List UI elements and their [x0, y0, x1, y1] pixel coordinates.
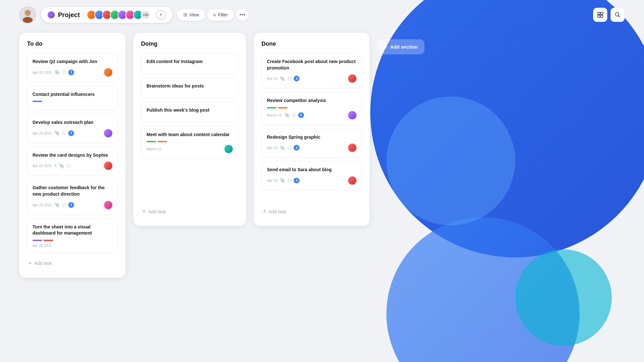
add-section-button[interactable]: + Add section: [377, 39, 424, 54]
progress-bar: [33, 240, 42, 241]
task-date: Apr 23: [267, 179, 277, 182]
task-title: Meet with team about content calendar: [147, 132, 233, 138]
header-left: Project +25 + ⊞: [19, 6, 249, 23]
column-todo-header: To do: [27, 41, 118, 47]
column-doing-header: Doing: [141, 41, 238, 47]
attach-icon: 📎: [54, 202, 60, 207]
branch-icon: ⬡: [292, 113, 296, 117]
task-title: Turn the sheet into a visual dashboard f…: [33, 224, 112, 237]
avatar: [104, 162, 112, 170]
task-card[interactable]: Develop sales outreach plan Apr 23 2021 …: [27, 114, 118, 143]
header-right: [593, 8, 625, 22]
task-date: Apr 23: [267, 77, 277, 80]
task-meta: Apr 23 📎 ⬡ 3: [267, 74, 356, 83]
task-title: Redesign Spring graphic: [267, 134, 356, 141]
search-button[interactable]: [611, 8, 625, 22]
view-button[interactable]: ⊞ View: [177, 9, 205, 21]
column-done: Done Create Facebook post about new prod…: [254, 33, 370, 226]
task-badge: 3: [294, 145, 299, 151]
avatar: [348, 111, 356, 119]
task-title: Brainstorm ideas for posts: [147, 83, 233, 89]
task-meta: Apr 23 2021 4 📎 ⬡: [33, 162, 112, 170]
task-card[interactable]: Edit content for Instagram: [141, 53, 238, 74]
task-title: Contact potential influencers: [33, 91, 112, 98]
task-date: March 12: [147, 147, 161, 151]
task-title: Review Q2 campaign with Jon: [33, 59, 112, 65]
progress-bars: [33, 240, 112, 241]
task-card[interactable]: Turn the sheet into a visual dashboard f…: [27, 218, 118, 253]
avatar: [104, 129, 112, 137]
filter-button[interactable]: ≡ Filter: [207, 9, 234, 21]
branch-icon: ⬡: [62, 70, 66, 75]
project-icon: [48, 11, 55, 18]
task-card[interactable]: Publish this week's blog post: [141, 102, 238, 122]
branch-icon: ⬡: [62, 131, 66, 135]
avatar: [104, 201, 112, 209]
task-date: Apr 23 2021: [33, 244, 52, 247]
add-section-label: Add section: [390, 44, 418, 50]
task-meta: Apr 23 2021: [33, 244, 112, 247]
task-card[interactable]: Brainstorm ideas for posts: [141, 78, 238, 98]
header-divider: [83, 11, 83, 18]
branch-icon: ⬡: [288, 76, 291, 81]
progress-bar: [43, 240, 53, 241]
attach-icon: 📎: [280, 178, 285, 183]
svg-rect-6: [598, 12, 600, 14]
view-label: View: [189, 12, 199, 17]
svg-line-11: [619, 16, 620, 17]
task-meta: Apr 23 2021 📎 ⬡ 3: [33, 68, 112, 77]
avatar: [348, 144, 356, 152]
progress-bar: [147, 141, 156, 142]
task-card[interactable]: Meet with team about content calendar Ma…: [141, 126, 238, 159]
branch-icon: ⬡: [67, 163, 70, 168]
task-badge: 3: [68, 202, 74, 208]
plus-icon: +: [384, 43, 388, 51]
task-card[interactable]: Redesign Spring graphic Apr 23 📎 ⬡ 3: [261, 129, 362, 158]
avatar: [348, 176, 356, 185]
plus-icon: +: [28, 260, 32, 267]
task-meta: March 12: [147, 145, 233, 153]
add-task-label: Add task: [148, 209, 166, 214]
plus-icon: +: [142, 208, 146, 215]
attach-icon: 📎: [59, 163, 64, 168]
more-button[interactable]: •••: [236, 9, 249, 21]
progress-bar: [267, 107, 277, 108]
avatar[interactable]: [19, 6, 36, 23]
add-task-button[interactable]: + Add task: [141, 205, 238, 218]
plus-icon: +: [263, 208, 266, 215]
add-task-label: Add task: [269, 209, 286, 214]
add-task-button[interactable]: + Add task: [27, 257, 118, 270]
task-card[interactable]: Create Facebook post about new product p…: [261, 53, 362, 88]
branch-icon: ⬡: [62, 202, 66, 207]
task-title: Publish this week's blog post: [147, 107, 233, 114]
task-title: Review the card designs by Sophie: [33, 152, 112, 159]
column-doing: Doing Edit content for Instagram Brainst…: [133, 33, 246, 226]
task-badge: 3: [298, 112, 304, 118]
svg-point-3: [25, 10, 31, 16]
task-card[interactable]: Contact potential influencers: [27, 86, 118, 110]
member-count: +25: [141, 10, 150, 20]
grid-view-button[interactable]: [593, 8, 607, 22]
task-card[interactable]: Review competitor analysis March 12 📎 ⬡ …: [261, 92, 362, 125]
progress-bars: [147, 141, 233, 142]
task-meta: Apr 23 2021 📎 ⬡ 3: [33, 201, 112, 209]
count-label: 4: [54, 164, 56, 168]
progress-bar: [33, 101, 42, 102]
progress-bar: [157, 141, 167, 142]
task-card[interactable]: Review the card designs by Sophie Apr 23…: [27, 147, 118, 176]
add-member-button[interactable]: +: [156, 10, 166, 20]
add-task-button[interactable]: + Add task: [261, 205, 362, 218]
svg-rect-9: [601, 15, 603, 17]
task-meta: Apr 23 2021 📎 ⬡ 3: [33, 129, 112, 137]
task-badge: 3: [68, 70, 74, 75]
task-card[interactable]: Review Q2 campaign with Jon Apr 23 2021 …: [27, 53, 118, 82]
toolbar-buttons: ⊞ View ≡ Filter •••: [177, 9, 249, 21]
column-done-header: Done: [261, 41, 362, 47]
svg-point-5: [49, 13, 53, 17]
view-icon: ⊞: [183, 12, 187, 18]
task-card[interactable]: Send email to Sara about blog Apr 23 📎 ⬡…: [261, 161, 362, 190]
progress-bar: [278, 107, 288, 108]
task-title: Review competitor analysis: [267, 97, 356, 104]
task-card[interactable]: Gather customer feedback for the new pro…: [27, 179, 118, 214]
project-title-area: Project +25 +: [41, 7, 172, 23]
